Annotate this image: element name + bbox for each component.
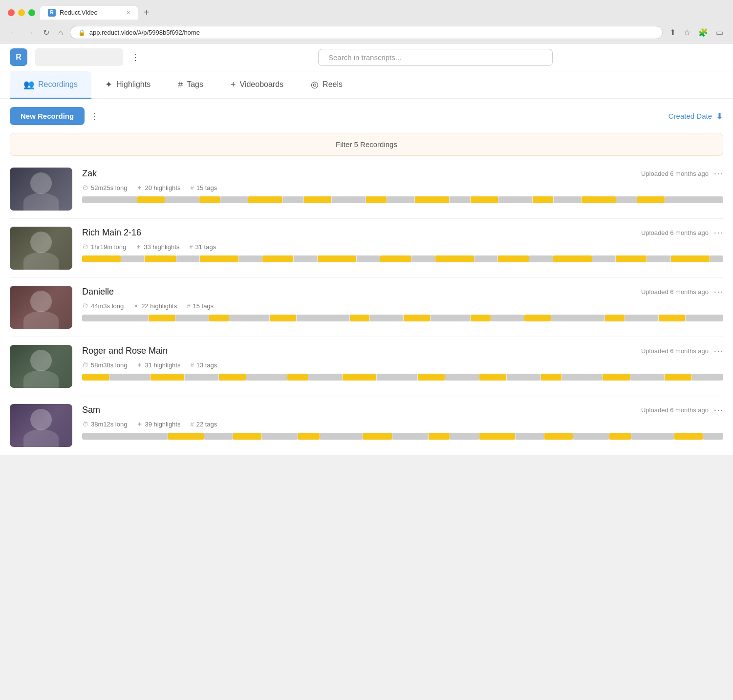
nav-forward-btn[interactable]: → xyxy=(24,26,36,39)
maximize-window-btn[interactable] xyxy=(28,9,35,16)
timeline-segment xyxy=(435,255,474,262)
duration-stat-danielle: ⏱ 44m3s long xyxy=(82,302,124,310)
recording-title-rich[interactable]: Rich Main 2-16 xyxy=(82,228,141,238)
recording-main-zak[interactable]: Zak Uploaded 6 months ago ⋯ ⏱ 52m25s lon… xyxy=(10,168,723,211)
sidebar-toggle-btn[interactable]: ▭ xyxy=(714,26,725,39)
timeline-segment xyxy=(582,196,616,203)
timeline-segment xyxy=(630,374,664,381)
timeline-segment xyxy=(665,374,691,381)
extensions-icon[interactable]: 🧩 xyxy=(696,26,710,39)
highlights-stat-zak: ✦ 20 highlights xyxy=(137,184,180,191)
timeline-segment xyxy=(370,315,403,321)
recording-thumbnail-roger[interactable] xyxy=(10,345,72,388)
recording-stats-rich: ⏱ 1hr19m long ✦ 33 highlights # 31 tags xyxy=(82,243,723,251)
browser-tab-active[interactable]: R Reduct.Video × xyxy=(40,6,138,20)
recording-main-danielle[interactable]: Danielle Uploaded 6 months ago ⋯ ⏱ 44m3s… xyxy=(10,286,723,329)
recording-title-roger[interactable]: Roger and Rose Main xyxy=(82,346,168,356)
bookmark-icon[interactable]: ☆ xyxy=(682,26,692,39)
toolbar-menu-btn[interactable]: ⋮ xyxy=(90,111,99,122)
recording-timeline-zak xyxy=(82,196,723,203)
recording-main-roger[interactable]: Roger and Rose Main Uploaded 6 months ag… xyxy=(10,345,723,388)
nav-refresh-btn[interactable]: ↻ xyxy=(41,26,51,39)
tab-videoboards[interactable]: + Videoboards xyxy=(217,72,297,99)
reels-icon: ◎ xyxy=(311,79,319,90)
timeline-segment xyxy=(363,433,391,440)
recording-options-btn-roger[interactable]: ⋯ xyxy=(713,345,723,357)
workspace-selector[interactable] xyxy=(35,48,123,66)
highlights-value-zak: 20 highlights xyxy=(145,184,180,191)
tab-tags[interactable]: # Tags xyxy=(164,72,217,99)
new-tab-btn[interactable]: + xyxy=(140,5,153,20)
recording-info-roger: Roger and Rose Main Uploaded 6 months ag… xyxy=(82,345,723,381)
tab-bar: R Reduct.Video × + xyxy=(40,5,725,20)
timeline-segment xyxy=(605,315,625,321)
recording-main-rich[interactable]: Rich Main 2-16 Uploaded 6 months ago ⋯ ⏱… xyxy=(10,227,723,270)
recording-options-btn-zak[interactable]: ⋯ xyxy=(713,168,723,179)
tab-recordings-label: Recordings xyxy=(38,80,78,89)
search-placeholder: Search in transcripts... xyxy=(328,53,401,62)
clock-icon: ⏱ xyxy=(82,361,88,369)
timeline-segment xyxy=(616,196,637,203)
timeline-segment xyxy=(176,255,199,262)
timeline-segment xyxy=(332,196,366,203)
recording-item-sam: Sam Uploaded 6 months ago ⋯ ⏱ 38m12s lon… xyxy=(10,396,723,455)
timeline-segment xyxy=(294,255,317,262)
thumb-body-silhouette xyxy=(23,429,59,447)
timeline-segment xyxy=(366,196,387,203)
timeline-segment xyxy=(145,255,175,262)
new-recording-btn[interactable]: New Recording xyxy=(10,107,85,125)
close-window-btn[interactable] xyxy=(8,9,15,16)
address-bar[interactable]: 🔒 app.reduct.video/#/p/5998b5f692/home xyxy=(70,26,663,39)
search-input[interactable]: Search in transcripts... xyxy=(318,49,553,66)
nav-home-btn[interactable]: ⌂ xyxy=(56,26,65,39)
recording-options-btn-sam[interactable]: ⋯ xyxy=(713,404,723,416)
timeline-segment xyxy=(200,255,238,262)
thumb-body-silhouette xyxy=(23,193,59,211)
recording-options-btn-rich[interactable]: ⋯ xyxy=(713,227,723,238)
timeline-segment xyxy=(429,433,450,440)
tab-highlights[interactable]: ✦ Highlights xyxy=(91,71,164,99)
recording-main-sam[interactable]: Sam Uploaded 6 months ago ⋯ ⏱ 38m12s lon… xyxy=(10,404,723,447)
highlights-stat-sam: ✦ 39 highlights xyxy=(137,421,180,428)
sort-direction-icon[interactable]: ⬇ xyxy=(716,111,723,122)
recording-item-roger: Roger and Rose Main Uploaded 6 months ag… xyxy=(10,337,723,396)
recording-thumbnail-sam[interactable] xyxy=(10,404,72,447)
nav-back-btn[interactable]: ← xyxy=(8,26,20,39)
recording-thumbnail-rich[interactable] xyxy=(10,227,72,270)
tags-stat-rich: # 31 tags xyxy=(189,243,216,251)
recording-title-row: Zak Uploaded 6 months ago ⋯ xyxy=(82,168,723,179)
timeline-segment xyxy=(491,315,524,321)
timeline-segment xyxy=(168,433,204,440)
recording-title-row: Roger and Rose Main Uploaded 6 months ag… xyxy=(82,345,723,357)
timeline-segment xyxy=(121,255,144,262)
recording-upload-time-sam: Uploaded 6 months ago xyxy=(641,406,709,414)
timeline-segment xyxy=(82,433,168,440)
timeline-segment xyxy=(703,433,723,440)
tab-reels-label: Reels xyxy=(323,80,343,89)
recording-options-btn-danielle[interactable]: ⋯ xyxy=(713,286,723,297)
url-text: app.reduct.video/#/p/5998b5f692/home xyxy=(89,29,200,36)
timeline-segment xyxy=(450,196,470,203)
timeline-segment xyxy=(298,433,320,440)
timeline-segment xyxy=(498,255,529,262)
recording-meta-right: Uploaded 6 months ago ⋯ xyxy=(641,227,723,238)
tab-recordings[interactable]: 👥 Recordings xyxy=(10,71,91,99)
clock-icon: ⏱ xyxy=(82,243,88,251)
timeline-segment xyxy=(149,315,175,321)
clock-icon: ⏱ xyxy=(82,421,88,428)
sort-label[interactable]: Created Date xyxy=(668,112,712,120)
recording-title-zak[interactable]: Zak xyxy=(82,169,97,179)
share-icon[interactable]: ⬆ xyxy=(668,26,678,39)
tab-close-btn[interactable]: × xyxy=(127,9,130,16)
tab-reels[interactable]: ◎ Reels xyxy=(297,71,356,99)
recording-title-danielle[interactable]: Danielle xyxy=(82,287,114,297)
timeline-segment xyxy=(151,374,184,381)
thumb-person-silhouette xyxy=(30,172,52,194)
recording-thumbnail-danielle[interactable] xyxy=(10,286,72,329)
timeline-segment xyxy=(287,374,307,381)
recording-title-sam[interactable]: Sam xyxy=(82,405,100,415)
minimize-window-btn[interactable] xyxy=(18,9,25,16)
app-header: R ⋮ Search in transcripts... xyxy=(0,43,733,71)
header-menu-btn[interactable]: ⋮ xyxy=(131,52,140,63)
recording-thumbnail-zak[interactable] xyxy=(10,168,72,211)
